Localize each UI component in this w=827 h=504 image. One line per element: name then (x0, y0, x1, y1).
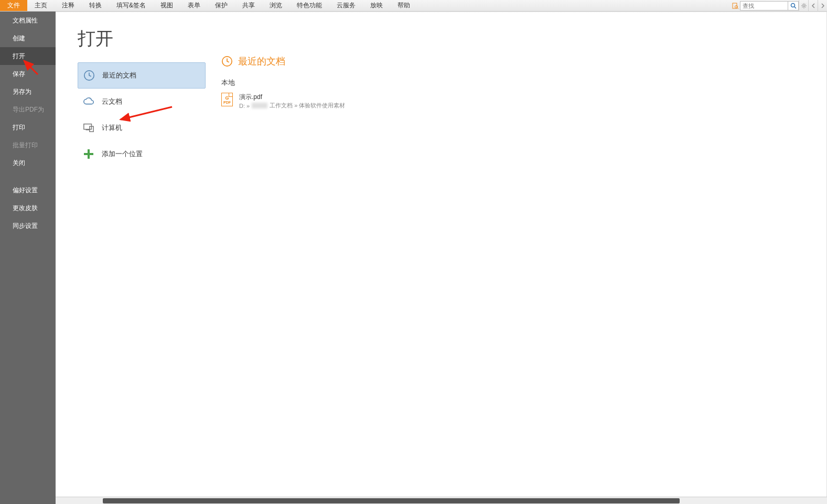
sidebar-item-10[interactable]: 更改皮肤 (0, 199, 56, 217)
doc-name: 演示.pdf (239, 93, 345, 102)
recent-doc-row[interactable]: GPDF演示.pdfD: »工作文档 » 体验软件使用素材 (221, 91, 826, 112)
find-in-page-icon[interactable] (731, 1, 740, 10)
bottom-scrollbar[interactable] (56, 497, 827, 504)
svg-point-5 (803, 5, 805, 7)
svg-rect-8 (86, 129, 90, 130)
menu-right-controls (731, 0, 827, 12)
menu-item-6[interactable]: 表单 (180, 0, 208, 11)
menu-item-0[interactable]: 文件 (0, 0, 27, 11)
sidebar-item-4[interactable]: 另存为 (0, 83, 56, 101)
computer-icon (83, 122, 94, 134)
menu-item-4[interactable]: 填写&签名 (109, 0, 153, 11)
search-button[interactable] (788, 1, 799, 10)
menu-item-2[interactable]: 注释 (55, 0, 82, 11)
search-input[interactable] (740, 1, 788, 10)
doc-info: 演示.pdfD: »工作文档 » 体验软件使用素材 (239, 93, 345, 109)
clock-icon (221, 56, 233, 67)
recent-icon (83, 70, 95, 81)
menu-item-5[interactable]: 视图 (153, 0, 180, 11)
page-title: 打开 (78, 27, 205, 51)
svg-point-1 (735, 6, 738, 8)
sidebar-item-3[interactable]: 保存 (0, 65, 56, 83)
svg-point-3 (791, 4, 794, 7)
nav-forward-icon[interactable] (818, 0, 827, 12)
sidebar-item-7: 批量打印 (0, 136, 56, 154)
source-item-label: 计算机 (102, 123, 122, 133)
menu-item-7[interactable]: 保护 (208, 0, 235, 11)
add-icon (83, 148, 94, 160)
source-item-add[interactable]: 添加一个位置 (78, 141, 206, 167)
scrollbar-thumb[interactable] (103, 498, 680, 503)
menu-item-9[interactable]: 浏览 (262, 0, 289, 11)
open-sources-column: 打开 最近的文档云文档计算机添加一个位置 (56, 12, 205, 503)
menu-item-13[interactable]: 帮助 (390, 0, 417, 11)
recent-documents-panel: 最近的文档 本地 GPDF演示.pdfD: »工作文档 » 体验软件使用素材 (205, 12, 826, 503)
source-item-computer[interactable]: 计算机 (78, 115, 206, 141)
section-title: 最近的文档 (238, 55, 285, 68)
menu-item-12[interactable]: 放映 (363, 0, 390, 11)
svg-line-4 (794, 7, 796, 8)
sidebar-item-1[interactable]: 创建 (0, 29, 56, 47)
svg-line-2 (737, 8, 738, 9)
menu-item-3[interactable]: 转换 (82, 0, 109, 11)
sidebar-item-11[interactable]: 同步设置 (0, 217, 56, 235)
menu-item-1[interactable]: 主页 (27, 0, 55, 11)
source-item-label: 添加一个位置 (102, 149, 143, 159)
source-item-cloud[interactable]: 云文档 (78, 89, 206, 115)
source-item-recent[interactable]: 最近的文档 (78, 62, 206, 89)
source-item-label: 最近的文档 (102, 71, 136, 80)
source-list: 最近的文档云文档计算机添加一个位置 (78, 62, 206, 167)
menu-item-8[interactable]: 共享 (235, 0, 262, 11)
file-sidebar: 文档属性创建打开保存另存为导出PDF为打印批量打印关闭偏好设置更改皮肤同步设置 (0, 12, 56, 504)
sidebar-item-5: 导出PDF为 (0, 101, 56, 118)
menu-bar: 文件主页注释转换填写&签名视图表单保护共享浏览特色功能云服务放映帮助 (0, 0, 827, 12)
menu-item-11[interactable]: 云服务 (329, 0, 363, 11)
sidebar-item-0[interactable]: 文档属性 (0, 12, 56, 29)
local-label: 本地 (221, 78, 826, 87)
cloud-icon (83, 96, 94, 107)
svg-rect-11 (84, 153, 93, 155)
main-content: 打开 最近的文档云文档计算机添加一个位置 最近的文档 本地 GPDF演示.pdf… (56, 12, 827, 504)
doc-path: D: »工作文档 » 体验软件使用素材 (239, 102, 345, 109)
menu-item-10[interactable]: 特色功能 (289, 0, 329, 11)
source-item-label: 云文档 (102, 97, 122, 106)
nav-back-icon[interactable] (808, 0, 818, 12)
settings-gear-icon[interactable] (799, 0, 808, 12)
sidebar-item-8[interactable]: 关闭 (0, 154, 56, 172)
recent-doc-list: GPDF演示.pdfD: »工作文档 » 体验软件使用素材 (221, 91, 826, 112)
sidebar-item-9[interactable]: 偏好设置 (0, 181, 56, 199)
pdf-file-icon: GPDF (221, 93, 233, 106)
sidebar-item-2[interactable]: 打开 (0, 47, 56, 65)
sidebar-item-6[interactable]: 打印 (0, 118, 56, 136)
